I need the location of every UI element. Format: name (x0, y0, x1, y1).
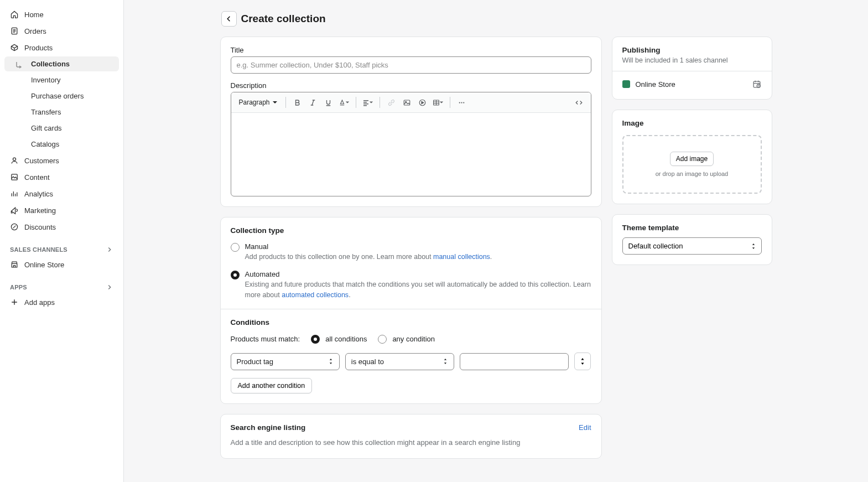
link-button (384, 95, 399, 110)
analytics-icon (10, 189, 19, 198)
nav-content[interactable]: Content (4, 169, 119, 185)
bold-button[interactable] (290, 95, 305, 110)
match-any-label: any condition (392, 335, 435, 343)
automated-collections-link[interactable]: automated collections (282, 291, 349, 299)
seo-edit-link[interactable]: Edit (579, 423, 591, 432)
editor-body[interactable] (231, 113, 591, 196)
arrow-left-icon (225, 15, 233, 23)
chevron-down-icon (369, 100, 373, 105)
match-label: Products must match: (231, 335, 300, 343)
nav-purchase-orders[interactable]: Purchase orders (4, 89, 119, 103)
more-button[interactable] (455, 95, 469, 110)
page-title: Create collection (241, 13, 326, 25)
add-condition-button[interactable]: Add another condition (231, 378, 313, 393)
nav-label: Transfers (31, 108, 61, 116)
underline-button[interactable] (321, 95, 336, 110)
link-icon (387, 99, 396, 107)
color-button[interactable] (337, 95, 351, 110)
video-button[interactable] (415, 95, 430, 110)
nav-collections[interactable]: Collections (4, 56, 119, 71)
nav-label: Home (24, 11, 44, 19)
nav-label: Purchase orders (31, 92, 84, 100)
condition-op-value: is equal to (351, 357, 384, 366)
paragraph-select[interactable]: Paragraph (236, 96, 281, 108)
orders-icon (10, 27, 19, 35)
customers-icon (10, 156, 19, 165)
sidebar: Home Orders Products Collections Invento… (0, 0, 124, 482)
theme-template-select[interactable]: Default collection (622, 237, 762, 255)
seo-card: Search engine listing Edit Add a title a… (220, 414, 602, 459)
condition-value-input[interactable] (460, 353, 569, 370)
condition-sort-button[interactable] (574, 353, 591, 370)
nav-label: Inventory (31, 76, 60, 84)
italic-button[interactable] (306, 95, 320, 110)
match-all-label: all conditions (325, 335, 367, 343)
nav-label: Catalogs (31, 140, 59, 148)
marketing-icon (10, 206, 19, 215)
nav-gift-cards[interactable]: Gift cards (4, 121, 119, 136)
manual-help: Add products to this collection one by o… (245, 252, 591, 262)
image-heading: Image (622, 119, 762, 127)
title-label: Title (231, 46, 591, 54)
add-image-button[interactable]: Add image (670, 152, 714, 166)
main-content: Create collection Title Description Para… (124, 0, 868, 482)
theme-heading: Theme template (622, 224, 762, 232)
nav-add-apps[interactable]: Add apps (4, 294, 119, 310)
condition-operator-select[interactable]: is equal to (345, 353, 454, 370)
svg-point-8 (459, 102, 460, 103)
channel-name: Online Store (636, 80, 746, 89)
underline-icon (324, 99, 332, 107)
sort-icon (579, 358, 586, 365)
automated-label: Automated (245, 270, 591, 278)
code-view-button[interactable] (572, 95, 586, 110)
nav-orders[interactable]: Orders (4, 23, 119, 39)
theme-card: Theme template Default collection (612, 214, 772, 265)
nav-online-store[interactable]: Online Store (4, 257, 119, 272)
content-icon (10, 173, 19, 182)
condition-field-select[interactable]: Product tag (231, 353, 340, 370)
nav-inventory[interactable]: Inventory (4, 72, 119, 87)
nav-marketing[interactable]: Marketing (4, 203, 119, 218)
publishing-sub: Will be included in 1 sales channel (622, 56, 762, 64)
nav-discounts[interactable]: Discounts (4, 219, 119, 235)
collection-type-heading: Collection type (231, 226, 591, 235)
products-icon (10, 43, 19, 52)
title-input[interactable] (231, 56, 591, 74)
match-any-radio[interactable] (378, 335, 387, 344)
conditions-heading: Conditions (231, 318, 591, 326)
manual-radio[interactable] (231, 243, 240, 252)
match-all-radio[interactable] (311, 335, 320, 344)
align-button[interactable] (361, 95, 375, 110)
schedule-icon[interactable] (752, 79, 762, 89)
publishing-card: Publishing Will be included in 1 sales c… (612, 37, 772, 100)
chevron-down-icon (439, 100, 444, 105)
automated-radio[interactable] (231, 271, 240, 279)
select-arrows-icon (443, 359, 448, 364)
chevron-right-icon[interactable] (106, 246, 113, 253)
nav-products[interactable]: Products (4, 40, 119, 55)
dropzone-help: or drop an image to upload (656, 170, 728, 177)
nav-catalogs[interactable]: Catalogs (4, 137, 119, 152)
back-button[interactable] (221, 11, 237, 27)
code-icon (575, 99, 583, 107)
chevron-right-icon[interactable] (106, 283, 113, 291)
nav-label: Online Store (24, 261, 64, 269)
seo-heading: Search engine listing (231, 423, 306, 432)
nav-label: Products (24, 44, 53, 52)
nav-label: Customers (24, 157, 59, 165)
nav-transfers[interactable]: Transfers (4, 105, 119, 120)
sales-channels-header: Sales channels (4, 241, 119, 256)
rich-editor: Paragraph (231, 92, 591, 196)
table-button[interactable] (431, 95, 445, 110)
nav-label: Gift cards (31, 124, 62, 132)
nav-customers[interactable]: Customers (4, 153, 119, 168)
image-dropzone[interactable]: Add image or drop an image to upload (622, 135, 762, 194)
image-button[interactable] (400, 95, 414, 110)
manual-collections-link[interactable]: manual collections (433, 253, 490, 261)
nav-analytics[interactable]: Analytics (4, 186, 119, 201)
discounts-icon (10, 222, 19, 231)
title-card: Title Description Paragraph (220, 37, 602, 207)
automated-help: Existing and future products that match … (245, 279, 591, 300)
nav-label: Add apps (24, 298, 55, 307)
nav-home[interactable]: Home (4, 7, 119, 22)
